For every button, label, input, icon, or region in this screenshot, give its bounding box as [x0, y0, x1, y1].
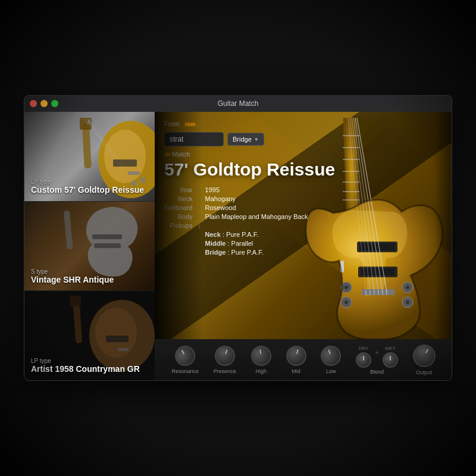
- blend-group: DRY + WET Blend: [356, 346, 397, 375]
- guitar-name-2: Vintage SHR Antique: [31, 275, 114, 285]
- spec-sep-pickup-neck: [199, 231, 205, 240]
- resonance-knob[interactable]: [171, 342, 199, 369]
- presence-knob[interactable]: [212, 343, 238, 369]
- spec-value-pickup-neck: Neck : Pure P.A.F.: [205, 231, 308, 240]
- spec-value-year: 1995: [205, 186, 308, 195]
- knob-group-low: Low: [321, 346, 341, 374]
- spec-value-pickup-bridge: Bridge : Pure P.A.F.: [205, 249, 308, 258]
- left-panel: ∧: [24, 112, 155, 381]
- search-input[interactable]: [164, 132, 224, 146]
- guitar-type-3: LP type: [31, 358, 140, 364]
- bridge-button[interactable]: Bridge: [227, 133, 264, 146]
- traffic-lights: [30, 100, 58, 107]
- spec-sep-fretboard: |: [199, 204, 205, 213]
- high-knob[interactable]: [249, 344, 273, 367]
- spec-row-pickups: Pickups |: [164, 222, 308, 231]
- match-text: Match: [172, 151, 190, 158]
- window-title: Guitar Match: [218, 99, 259, 108]
- low-label: Low: [326, 368, 336, 374]
- search-row: Bridge: [164, 132, 443, 146]
- spec-label-pickup-bridge: [164, 249, 199, 258]
- spec-value-pickup-middle: Middle : Parallel: [205, 240, 308, 249]
- collapse-arrow[interactable]: ∧: [86, 117, 92, 126]
- spec-label-pickups: Pickups: [164, 222, 199, 231]
- guitar-info-1: LP type Custom 57' Goldtop Reissue: [31, 178, 144, 195]
- search-area: From »»»: [164, 119, 443, 129]
- knob-group-output: Output: [413, 345, 436, 375]
- spec-value-fretboard: Rosewood: [205, 204, 308, 213]
- guitar-title: 57' Goldtop Reissue: [164, 159, 443, 179]
- from-arrows: »»»: [184, 119, 195, 129]
- dry-label: DRY: [359, 346, 369, 351]
- spec-sep-body: |: [199, 213, 205, 222]
- output-label: Output: [416, 369, 432, 375]
- match-label: »» Match: [164, 150, 443, 158]
- spec-sep-pickup-middle: [199, 240, 205, 249]
- spec-label-year: Year: [164, 186, 199, 195]
- spec-value-neck: Mahogany: [205, 195, 308, 204]
- guitar-info-2: S type Vintage SHR Antique: [31, 268, 114, 285]
- resonance-label: Resonance: [171, 368, 199, 374]
- spec-sep-neck: |: [199, 195, 205, 204]
- spec-label-body: Body: [164, 213, 199, 222]
- match-arrows: »»: [164, 150, 170, 158]
- spec-row-pickup-neck: Neck : Pure P.A.F.: [164, 231, 308, 240]
- plus-icon: +: [375, 349, 378, 364]
- from-label: From: [164, 120, 180, 127]
- guitar-type-2: S type: [31, 268, 114, 275]
- spec-label-pickup-middle: [164, 240, 199, 249]
- knob-group-high: High: [251, 346, 271, 374]
- high-label: High: [255, 368, 267, 374]
- spec-row-pickup-middle: Middle : Parallel: [164, 240, 308, 249]
- guitar-name-3: Artist 1958 Countryman GR: [31, 364, 140, 374]
- spec-row-pickup-bridge: Bridge : Pure P.A.F.: [164, 249, 308, 258]
- wet-label: WET: [385, 346, 396, 351]
- spec-sep-pickup-bridge: [199, 249, 205, 258]
- app-window: Guitar Match ∧: [24, 95, 452, 381]
- knobs-bar: Resonance Presence High Mid: [155, 339, 452, 381]
- low-knob[interactable]: [318, 343, 345, 369]
- blend-label: Blend: [370, 369, 384, 375]
- spec-label-fretboard: Fretboard: [164, 204, 199, 213]
- outer-frame: Guitar Match ∧: [0, 0, 476, 476]
- spec-sep-pickups: |: [199, 222, 205, 231]
- spec-row-fretboard: Fretboard | Rosewood: [164, 204, 308, 213]
- spec-label-pickup-neck: [164, 231, 199, 240]
- minimize-button[interactable]: [40, 100, 48, 107]
- dry-knob[interactable]: [356, 352, 371, 368]
- wet-knob[interactable]: [383, 352, 398, 368]
- mid-knob[interactable]: [284, 343, 309, 368]
- spec-value-body: Plain Mapleop and Mahogany Back: [205, 213, 308, 222]
- knob-group-mid: Mid: [286, 346, 306, 374]
- guitar-type-1: LP type: [31, 178, 144, 185]
- guitar-info-3: LP type Artist 1958 Countryman GR: [31, 358, 140, 374]
- guitar-item-2[interactable]: S type Vintage SHR Antique: [24, 202, 155, 292]
- wet-group: WET: [383, 346, 398, 368]
- main-content: ∧: [24, 112, 452, 381]
- knob-group-presence: Presence: [214, 346, 236, 374]
- spec-row-body: Body | Plain Mapleop and Mahogany Back: [164, 213, 308, 222]
- guitar-name-1: Custom 57' Goldtop Reissue: [31, 185, 144, 195]
- spec-label-neck: Neck: [164, 195, 199, 204]
- spec-sep-year: |: [199, 186, 205, 195]
- dry-group: DRY: [356, 346, 371, 368]
- specs-table: Year | 1995 Neck | Mahogany Fretboard |: [164, 186, 308, 258]
- spec-row-neck: Neck | Mahogany: [164, 195, 308, 204]
- presence-label: Presence: [214, 368, 236, 374]
- close-button[interactable]: [30, 100, 37, 107]
- title-bar: Guitar Match: [24, 95, 452, 112]
- detail-content: From »»» Bridge »» Match 57' Goldtop Rei…: [155, 112, 452, 339]
- maximize-button[interactable]: [51, 100, 58, 107]
- right-panel: From »»» Bridge »» Match 57' Goldtop Rei…: [155, 112, 452, 381]
- spec-row-year: Year | 1995: [164, 186, 308, 195]
- blend-row: DRY + WET: [356, 346, 397, 368]
- knob-group-resonance: Resonance: [171, 346, 199, 374]
- output-knob[interactable]: [409, 340, 440, 371]
- guitar-item-3[interactable]: LP type Artist 1958 Countryman GR: [24, 291, 155, 381]
- spec-value-pickups: [205, 222, 308, 231]
- mid-label: Mid: [292, 368, 300, 374]
